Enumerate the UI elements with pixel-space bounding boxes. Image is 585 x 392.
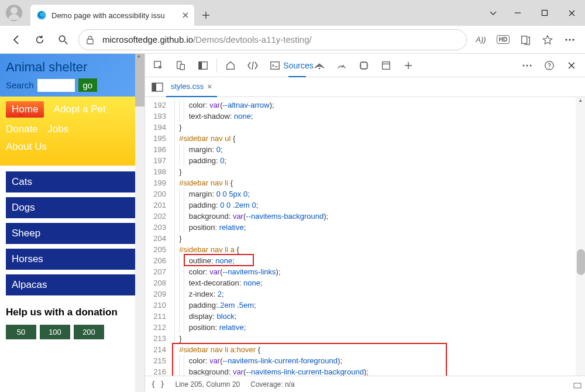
site-header: Animal shelter Search go	[0, 54, 144, 97]
svg-rect-16	[361, 62, 367, 68]
svg-point-2	[59, 36, 65, 42]
window-minimize-button[interactable]	[504, 0, 531, 26]
svg-rect-10	[180, 64, 184, 70]
hd-icon[interactable]: HD	[493, 29, 514, 50]
devtools-help-icon[interactable]	[538, 54, 560, 77]
tab-actions-icon[interactable]	[489, 9, 497, 17]
devtools-tabs: Sources	[145, 54, 585, 77]
svg-rect-24	[152, 83, 156, 91]
tab-close-icon[interactable]	[181, 11, 190, 19]
donate-50[interactable]: 50	[6, 325, 36, 339]
svg-point-22	[549, 67, 550, 68]
nav-home[interactable]: Home	[6, 101, 44, 118]
browser-tab[interactable]: Demo page with accessibility issu	[30, 5, 194, 26]
svg-point-18	[523, 64, 525, 66]
svg-point-19	[526, 64, 528, 66]
list-item[interactable]: Sheep	[6, 223, 139, 244]
svg-point-6	[569, 39, 570, 40]
nav-adopt[interactable]: Adopt a Pet	[54, 104, 106, 115]
collections-icon[interactable]	[515, 29, 536, 50]
svg-point-7	[572, 39, 574, 40]
code-content[interactable]: color: var(--altnav-arrow); text-shadow:…	[171, 97, 585, 376]
inspect-icon[interactable]	[147, 54, 170, 77]
svg-point-15	[319, 67, 321, 69]
welcome-tab-icon[interactable]	[219, 54, 242, 77]
file-close-icon[interactable]: ×	[207, 82, 212, 91]
coverage-status: Coverage: n/a	[250, 380, 294, 388]
code-editor[interactable]: 192 193 194 195 196 197 198 199 200 201 …	[145, 97, 585, 376]
nav-jobs[interactable]: Jobs	[47, 123, 68, 135]
svg-rect-13	[271, 61, 279, 69]
devtools-pane: Sources styles.css × 192 193 194 195 196…	[145, 54, 585, 392]
add-tab-icon[interactable]	[397, 54, 419, 77]
tab-title: Demo page with accessibility issu	[51, 11, 177, 20]
application-tab-icon[interactable]	[375, 54, 397, 77]
performance-tab-icon[interactable]	[331, 54, 353, 77]
window-close-button[interactable]	[558, 0, 585, 26]
line-gutter: 192 193 194 195 196 197 198 199 200 201 …	[145, 97, 171, 376]
elements-tab-icon[interactable]	[242, 54, 264, 77]
dock-icon[interactable]	[192, 54, 214, 77]
address-bar[interactable]: microsoftedge.github.io/Demos/devtools-a…	[78, 29, 467, 50]
donate-100[interactable]: 100	[40, 325, 70, 339]
svg-rect-1	[542, 11, 548, 16]
svg-rect-3	[87, 39, 93, 44]
nav-about[interactable]: About Us	[6, 141, 47, 153]
svg-rect-25	[574, 383, 581, 388]
list-item[interactable]: Cats	[6, 171, 139, 192]
svg-point-20	[530, 64, 532, 66]
go-button[interactable]: go	[78, 78, 98, 92]
devtools-close-icon[interactable]	[560, 54, 583, 77]
navigator-toggle-icon[interactable]	[149, 82, 166, 92]
site-nav: Home Adopt a Pet Donate Jobs About Us	[0, 97, 144, 166]
donation-heading: Help us with a donation	[0, 300, 144, 321]
lock-icon	[86, 35, 97, 44]
address-bar-row: microsoftedge.github.io/Demos/devtools-a…	[0, 26, 585, 54]
sources-tab[interactable]: Sources	[286, 54, 308, 77]
format-icon[interactable]: { }	[151, 380, 164, 388]
search-button[interactable]	[51, 28, 75, 51]
profile-avatar[interactable]	[6, 5, 22, 21]
read-aloud-icon[interactable]: A))	[470, 29, 491, 50]
devtools-statusbar: { } Line 205, Column 20 Coverage: n/a	[145, 376, 585, 392]
list-item[interactable]: Horses	[6, 249, 139, 270]
list-item[interactable]: Alpacas	[6, 274, 139, 295]
more-icon[interactable]	[559, 29, 580, 50]
list-item[interactable]: Dogs	[6, 197, 139, 218]
memory-tab-icon[interactable]	[353, 54, 375, 77]
refresh-button[interactable]	[28, 28, 51, 51]
search-input[interactable]	[37, 79, 75, 92]
svg-rect-17	[383, 61, 390, 69]
file-tab-styles[interactable]: styles.css ×	[166, 77, 217, 97]
edge-favicon-icon	[36, 10, 47, 20]
console-tab-icon[interactable]	[264, 54, 286, 77]
network-tab-icon[interactable]	[308, 54, 331, 77]
animal-list: Cats Dogs Sheep Horses Alpacas	[0, 166, 144, 295]
nav-donate[interactable]: Donate	[6, 123, 38, 135]
site-title: Animal shelter	[6, 60, 139, 75]
device-toggle-icon[interactable]	[170, 54, 192, 77]
cursor-position: Line 205, Column 20	[175, 380, 240, 388]
file-tabs-row: styles.css ×	[145, 77, 585, 97]
window-maximize-button[interactable]	[531, 0, 558, 26]
code-scrollbar[interactable]: ▴	[576, 97, 585, 376]
page-content-pane: Animal shelter Search go Home Adopt a Pe…	[0, 54, 145, 392]
svg-point-5	[565, 39, 567, 40]
donation-buttons: 50 100 200	[0, 321, 144, 343]
resize-grip-icon[interactable]	[572, 381, 583, 390]
back-button[interactable]	[5, 28, 28, 51]
window-titlebar: Demo page with accessibility issu	[0, 0, 585, 26]
devtools-more-icon[interactable]	[516, 54, 538, 77]
svg-rect-4	[522, 36, 527, 43]
donate-200[interactable]: 200	[74, 325, 104, 339]
new-tab-button[interactable]	[197, 6, 215, 25]
url-text: microsoftedge.github.io/Demos/devtools-a…	[102, 35, 312, 44]
search-label: Search	[6, 80, 34, 90]
svg-rect-12	[199, 61, 202, 69]
page-scrollbar[interactable]	[135, 54, 144, 392]
favorite-icon[interactable]	[537, 29, 558, 50]
